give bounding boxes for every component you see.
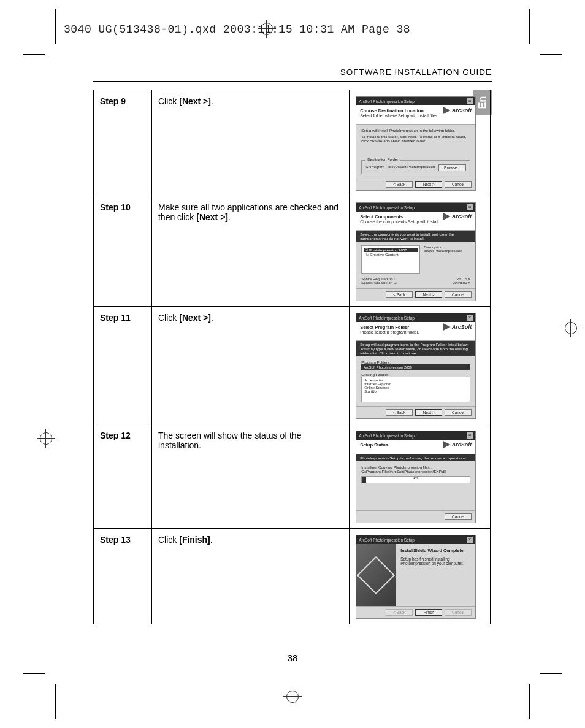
vendor-logo: ArcSoft — [443, 441, 472, 448]
step-name: Step 11 — [94, 307, 152, 424]
finish-content: InstallShield Wizard Complete Setup has … — [356, 544, 475, 606]
description-text: Install PhotoImpression — [424, 249, 462, 253]
section-title: SOFTWARE INSTALLATION GUIDE — [340, 67, 492, 77]
installer-window: ArcSoft PhotoImpression Setup × InstallS… — [356, 535, 476, 619]
cancel-button[interactable]: Cancel — [445, 181, 472, 188]
table-row: Step 13 Click [Finish]. ArcSoft PhotoImp… — [94, 529, 491, 624]
window-header: Setup Status ArcSoft — [356, 440, 475, 454]
vendor-logo: ArcSoft — [443, 323, 472, 331]
progress-action: Installing: Copying PhotoImpression file… — [361, 465, 470, 469]
destination-path: C:\Program Files\ArcSoft\PhotoImpression — [365, 165, 435, 169]
window-buttonbar: < Back Next > Cancel — [356, 178, 475, 190]
window-titlebar: ArcSoft PhotoImpression Setup × — [356, 535, 475, 544]
side-artwork — [356, 544, 396, 606]
window-buttonbar: < Back Finish Cancel — [356, 606, 475, 618]
window-header-title: Select Program Folder — [360, 324, 409, 330]
cancel-button[interactable]: Cancel — [445, 409, 472, 416]
step-text-post: . — [211, 96, 213, 106]
vendor-logo: ArcSoft — [443, 107, 472, 114]
list-item[interactable]: ☑ PhotoImpression 2000 — [364, 248, 418, 252]
step-instruction: The screen will show the status of the i… — [151, 424, 349, 529]
step-bold: [Finish] — [179, 535, 210, 545]
step-text-post: . — [228, 212, 231, 222]
browse-button[interactable]: Browse... — [438, 164, 466, 171]
finish-pane: InstallShield Wizard Complete Setup has … — [396, 544, 475, 606]
window-titlebar: ArcSoft PhotoImpression Setup × — [356, 203, 475, 212]
cancel-button[interactable]: Cancel — [445, 513, 472, 520]
program-folders-label: Program Folders: — [361, 360, 470, 364]
close-icon[interactable]: × — [467, 315, 473, 321]
register-mark — [37, 429, 55, 448]
next-button[interactable]: Next > — [415, 181, 442, 188]
step-name: Step 13 — [94, 529, 152, 624]
crop-mark — [55, 9, 56, 44]
window-header: Select Components Choose the components … — [356, 212, 475, 231]
table-row: Step 12 The screen will show the status … — [94, 424, 491, 529]
step-instruction: Click [Finish]. — [151, 529, 349, 624]
back-button[interactable]: < Back — [386, 291, 413, 298]
step-instruction: Click [Next >]. — [151, 90, 349, 196]
list-item[interactable]: StartUp — [364, 389, 467, 393]
existing-folders-label: Existing Folders: — [361, 372, 470, 377]
next-button[interactable]: Next > — [415, 291, 442, 298]
finish-body: Setup has finished installing PhotoImpre… — [400, 557, 470, 565]
crop-mark — [529, 684, 530, 719]
window-header-title: Setup Status — [360, 442, 388, 448]
step-screenshot: ArcSoft PhotoImpression Setup × Select P… — [350, 307, 491, 424]
program-folder-input[interactable]: ArcSoft PhotoImpression 2000 — [361, 364, 470, 370]
crop-mark — [23, 54, 45, 55]
next-button[interactable]: Next > — [415, 409, 442, 416]
finish-button[interactable]: Finish — [415, 609, 442, 616]
page-number: 38 — [55, 653, 530, 663]
register-mark — [283, 688, 302, 706]
window-titlebar: ArcSoft PhotoImpression Setup × — [356, 431, 475, 440]
existing-folders-list[interactable]: Accessories Internet Explorer Online Ser… — [361, 377, 470, 402]
window-buttonbar: Cancel — [356, 510, 475, 523]
close-icon[interactable]: × — [467, 432, 473, 439]
step-bold: [Next >] — [179, 96, 211, 106]
close-icon[interactable]: × — [467, 537, 473, 543]
table-row: Step 9 Click [Next >]. ArcSoft PhotoImpr… — [94, 90, 491, 196]
instruction-band: Select the components you want to instal… — [356, 231, 475, 242]
space-avail-value: 3944500 K — [453, 281, 470, 285]
page: SOFTWARE INSTALLATION GUIDE En Step 9 Cl… — [55, 54, 530, 674]
step-text-post: . — [211, 313, 213, 323]
cancel-button[interactable]: Cancel — [445, 291, 472, 298]
back-button: < Back — [386, 609, 413, 616]
window-title: ArcSoft PhotoImpression Setup — [359, 316, 415, 320]
register-mark — [562, 319, 580, 337]
window-buttonbar: < Back Next > Cancel — [356, 288, 475, 301]
step-screenshot: ArcSoft PhotoImpression Setup × Choose D… — [350, 90, 491, 196]
step-text: Make sure all two applications are check… — [158, 202, 338, 222]
window-body: Setup will install PhotoImpression in th… — [356, 125, 475, 178]
back-button[interactable]: < Back — [386, 409, 413, 416]
window-title: ArcSoft PhotoImpression Setup — [359, 434, 415, 438]
space-avail-label: Space Available on C: — [361, 281, 397, 285]
components-listbox[interactable]: ☑ PhotoImpression 2000 ☑ Creative Conten… — [361, 245, 420, 274]
step-text: The screen will show the status of the i… — [158, 431, 301, 450]
step-instruction: Make sure all two applications are check… — [151, 196, 349, 307]
instruction-band: PhotoImpression Setup is performing the … — [356, 454, 475, 461]
close-icon[interactable]: × — [467, 98, 473, 104]
back-button[interactable]: < Back — [386, 181, 413, 188]
window-header-title: Choose Destination Location — [360, 108, 424, 113]
cancel-button: Cancel — [445, 609, 472, 616]
description-box: Description Install PhotoImpression — [424, 245, 462, 274]
close-icon[interactable]: × — [467, 204, 473, 210]
finish-title: InstallShield Wizard Complete — [400, 548, 464, 553]
step-name: Step 9 — [94, 90, 152, 196]
installer-window: ArcSoft PhotoImpression Setup × Select P… — [356, 313, 476, 419]
crop-mark — [23, 673, 45, 674]
section-rule — [93, 81, 492, 82]
window-titlebar: ArcSoft PhotoImpression Setup × — [356, 97, 475, 105]
window-header-sub: Please select a program folder. — [360, 330, 419, 334]
window-body: Program Folders: ArcSoft PhotoImpression… — [356, 356, 475, 406]
crop-mark — [55, 684, 56, 719]
step-screenshot: ArcSoft PhotoImpression Setup × Select C… — [350, 196, 491, 307]
list-item[interactable]: ☑ Creative Content — [364, 252, 418, 256]
instruction-band: Setup will add program icons to the Prog… — [356, 341, 475, 356]
step-bold: [Next >] — [179, 313, 211, 323]
installer-window: ArcSoft PhotoImpression Setup × Select C… — [356, 202, 476, 301]
window-header: Choose Destination Location Select folde… — [356, 105, 475, 125]
progress-bar: 1% — [361, 476, 470, 483]
